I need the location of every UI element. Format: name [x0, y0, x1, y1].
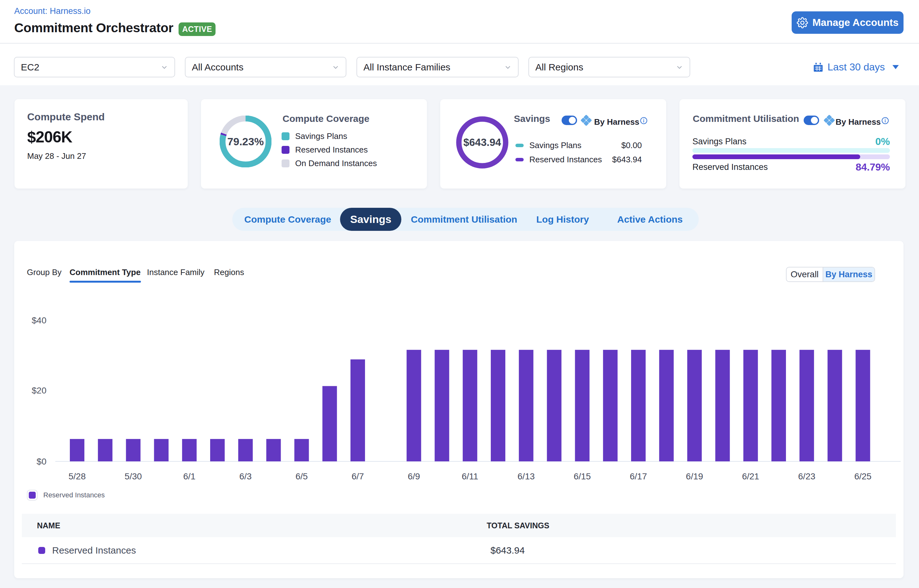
svg-text:6/19: 6/19: [686, 472, 703, 481]
svg-text:5/28: 5/28: [68, 472, 86, 481]
svg-text:6/15: 6/15: [574, 472, 591, 481]
svg-text:$0: $0: [37, 457, 47, 467]
svg-text:6/9: 6/9: [408, 472, 420, 481]
svg-text:6/5: 6/5: [295, 472, 308, 481]
svg-text:6/13: 6/13: [518, 472, 535, 481]
svg-text:6/17: 6/17: [630, 472, 647, 481]
svg-text:$20: $20: [32, 386, 47, 395]
svg-text:6/3: 6/3: [239, 472, 251, 481]
svg-text:6/25: 6/25: [854, 472, 872, 481]
svg-text:6/21: 6/21: [742, 472, 759, 481]
svg-text:$643.94: $643.94: [463, 136, 501, 148]
svg-text:$40: $40: [32, 315, 47, 325]
svg-text:6/23: 6/23: [798, 472, 816, 481]
svg-text:79.23%: 79.23%: [227, 136, 264, 147]
svg-text:6/1: 6/1: [183, 472, 196, 481]
svg-text:6/7: 6/7: [352, 472, 364, 481]
svg-text:5/30: 5/30: [125, 472, 142, 481]
svg-text:6/11: 6/11: [462, 472, 478, 481]
